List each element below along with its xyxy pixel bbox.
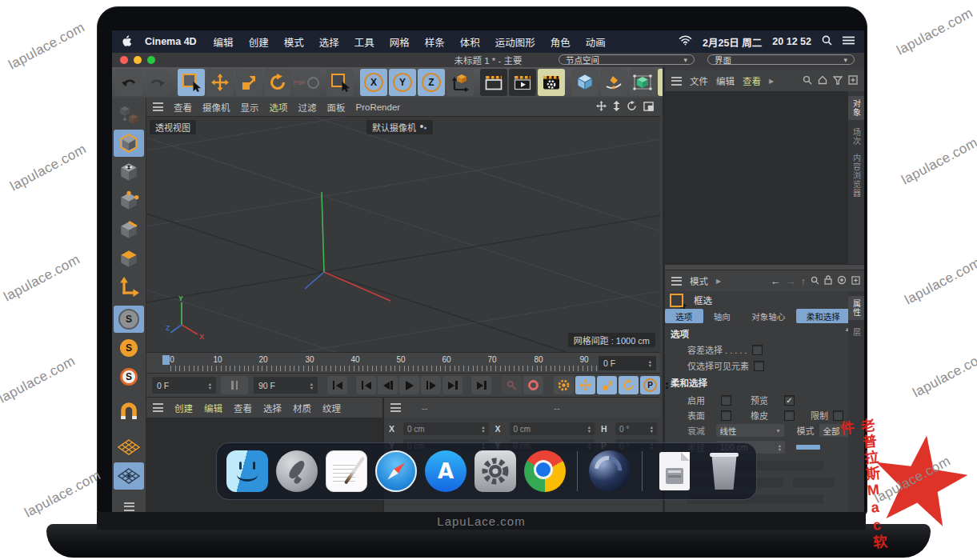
tolerant-selection-checkbox[interactable] (752, 345, 763, 355)
wifi-icon[interactable] (679, 35, 692, 48)
next-frame-button[interactable] (421, 376, 441, 394)
edges-mode-button[interactable] (114, 216, 144, 243)
object-menu-edit[interactable]: 编辑 (716, 74, 735, 87)
rotation-h-field[interactable]: 0 °▴▾ (615, 422, 657, 435)
add-panel-icon[interactable] (851, 275, 860, 287)
texture-mode-button[interactable] (114, 158, 144, 186)
material-menu-view[interactable]: 查看 (234, 402, 252, 414)
viewport[interactable]: 透视视图 默认摄像机 网格间距 : 1000 cm Y Z X (146, 117, 660, 352)
menubar-item-volume[interactable]: 体积 (460, 34, 480, 50)
surface-checkbox[interactable] (721, 410, 731, 421)
timeline-ruler[interactable]: 0 10 20 30 40 50 60 70 80 90 0 F▴▾ (146, 352, 660, 373)
menu-icon[interactable] (671, 277, 682, 286)
enable-checkbox[interactable] (721, 395, 731, 406)
menu-overflow-arrow-icon[interactable]: ▶ (716, 278, 721, 285)
forward-arrow-icon[interactable]: → (786, 275, 796, 287)
viewport-menu-prorender[interactable]: ProRender (356, 102, 401, 112)
limit-checkbox[interactable] (833, 410, 843, 421)
viewport-menu-view[interactable]: 查看 (174, 101, 192, 114)
viewport-menu-cameras[interactable]: 摄像机 (202, 101, 230, 114)
material-menu-select[interactable]: 选择 (263, 402, 282, 414)
menu-icon[interactable] (671, 77, 682, 86)
last-tool-psr-button[interactable]: PSR (293, 69, 320, 96)
spline-pen-tool-button[interactable] (600, 69, 627, 96)
dock-icon-textedit[interactable] (326, 450, 367, 492)
autokey-record-button[interactable] (523, 376, 543, 394)
menu-icon[interactable] (153, 403, 163, 412)
key-parameter-toggle[interactable]: P (640, 376, 660, 394)
selection-tool-button[interactable] (326, 69, 354, 96)
workplane-snap-button[interactable] (114, 462, 144, 490)
dock-icon-launchpad[interactable] (276, 450, 318, 492)
axis-mode-button[interactable] (114, 274, 144, 301)
camera-pan-icon[interactable] (596, 101, 607, 113)
minimize-button[interactable] (134, 56, 142, 64)
tab-object-axis[interactable]: 对象轴心 (741, 309, 796, 323)
viewport-solo-off-button[interactable]: S (114, 306, 144, 333)
tab-options[interactable]: 选项 (665, 309, 703, 323)
lock-icon[interactable] (824, 275, 832, 287)
camera-zoom-icon[interactable] (613, 101, 620, 113)
visible-only-checkbox[interactable] (754, 361, 764, 371)
radius-slider[interactable] (796, 445, 820, 450)
search-icon[interactable] (811, 275, 819, 287)
material-menu-material[interactable]: 材质 (293, 402, 311, 414)
x-axis-lock-button[interactable]: X (360, 69, 387, 96)
render-view-button[interactable] (480, 69, 507, 96)
tab-attributes[interactable]: 属性 (848, 296, 865, 320)
viewport-menu-display[interactable]: 显示 (241, 101, 259, 114)
spotlight-search-icon[interactable] (822, 35, 832, 48)
live-selection-tool-button[interactable] (178, 69, 205, 96)
menubar-item-edit[interactable]: 编辑 (214, 34, 234, 50)
subdivision-surface-button[interactable] (629, 69, 656, 96)
camera-rotate-icon[interactable] (627, 101, 637, 113)
add-panel-icon[interactable] (848, 75, 858, 86)
filter-funnel-icon[interactable] (833, 76, 843, 86)
y-axis-lock-button[interactable]: Y (389, 69, 416, 96)
play-button[interactable] (399, 376, 419, 394)
redo-button[interactable] (144, 69, 171, 96)
material-menu-edit[interactable]: 编辑 (204, 402, 222, 414)
menubar-item-tools[interactable]: 工具 (354, 34, 374, 50)
dock-icon-trash[interactable] (703, 450, 745, 492)
go-to-end-button[interactable] (471, 376, 491, 394)
playhead[interactable] (162, 355, 170, 365)
dock-icon-cinema-4d[interactable] (589, 450, 631, 492)
range-end-field[interactable]: 90 F▴▾ (254, 377, 318, 394)
tab-layers[interactable]: 层 (851, 328, 863, 337)
transport-options-dots[interactable] (666, 382, 668, 389)
tab-axis[interactable]: 轴向 (703, 309, 742, 323)
tab-takes[interactable]: 场次 (851, 128, 863, 146)
dock-icon-finder[interactable] (226, 450, 268, 492)
menubar-app-name[interactable]: Cinema 4D (145, 36, 197, 47)
keyframe-selection-button[interactable] (554, 376, 574, 394)
toggle-view-icon[interactable] (643, 102, 654, 113)
add-cube-primitive-button[interactable] (571, 69, 599, 96)
viewport-solo-hierarchy-button[interactable]: S (114, 334, 144, 362)
size-x-field[interactable]: 0 cm▴▾ (510, 422, 595, 435)
camera-label[interactable]: 默认摄像机 (366, 120, 433, 134)
node-space-dropdown[interactable]: 节点空间▾ (559, 54, 695, 65)
record-key-button[interactable] (502, 376, 522, 394)
menubar-item-mesh[interactable]: 网格 (390, 34, 410, 50)
z-axis-lock-button[interactable]: Z (418, 69, 445, 96)
tab-objects[interactable]: 对象 (848, 96, 865, 120)
dock-icon-system-preferences[interactable] (474, 450, 516, 492)
tab-content-browser[interactable]: 内容浏览器 (851, 154, 863, 198)
up-arrow-icon[interactable]: ↑ (801, 275, 807, 287)
target-icon[interactable] (837, 275, 847, 287)
render-to-picture-viewer-button[interactable] (509, 69, 536, 96)
points-mode-button[interactable] (114, 187, 144, 214)
menubar-item-animate[interactable]: 动画 (586, 34, 606, 50)
key-position-toggle[interactable] (575, 376, 595, 394)
dock-icon-safari[interactable] (375, 450, 417, 492)
viewport-menu-options[interactable]: 选项 (270, 101, 288, 114)
menu-icon[interactable] (153, 102, 163, 111)
palette-menu-button[interactable] (114, 493, 144, 512)
object-menu-view[interactable]: 查看 (743, 74, 761, 87)
dock-icon-app-store[interactable]: A (425, 450, 466, 492)
material-menu-texture[interactable]: 纹理 (322, 402, 341, 414)
polygons-mode-button[interactable] (114, 245, 144, 272)
coordinate-system-button[interactable] (446, 69, 474, 96)
make-editable-button[interactable] (114, 101, 144, 128)
